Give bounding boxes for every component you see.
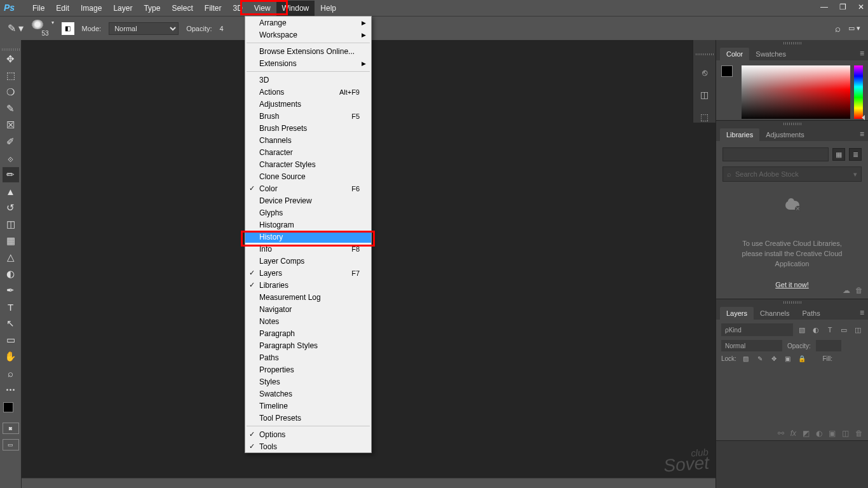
menu-image[interactable]: Image	[75, 1, 107, 16]
menuitem-layer-comps[interactable]: Layer Comps	[245, 255, 371, 267]
tool-lasso-icon[interactable]: ❍	[3, 85, 19, 100]
layer-mask-icon[interactable]: ◩	[803, 429, 810, 438]
maximize-button[interactable]: ❐	[839, 3, 846, 11]
tool-marquee-icon[interactable]: ⬚	[3, 68, 19, 83]
menuitem-info[interactable]: InfoF8	[245, 243, 371, 255]
tab-libraries[interactable]: Libraries	[720, 128, 759, 141]
panel-grip-icon[interactable]	[783, 123, 801, 125]
menuitem-extensions[interactable]: Extensions▶	[245, 57, 371, 69]
tool-hand-icon[interactable]: ✋	[3, 349, 19, 364]
tab-paths[interactable]: Paths	[796, 307, 827, 320]
panel-grip-icon[interactable]	[696, 53, 714, 55]
lock-all-icon[interactable]: 🔒	[797, 355, 806, 362]
menuitem-adjustments[interactable]: Adjustments	[245, 98, 371, 110]
tool-move-icon[interactable]: ✥	[3, 51, 19, 67]
lock-trans-icon[interactable]: ▨	[742, 355, 750, 362]
view-grid-icon[interactable]: ▦	[832, 148, 845, 161]
tool-crop-icon[interactable]: ☒	[3, 118, 19, 133]
panel-menu-icon[interactable]: ≡	[860, 130, 864, 139]
tab-color[interactable]: Color	[720, 48, 749, 60]
filter-adjust-icon[interactable]: ◐	[811, 326, 821, 334]
tab-layers[interactable]: Layers	[720, 307, 754, 320]
menuitem-brush-presets[interactable]: Brush Presets	[245, 122, 371, 134]
menuitem-navigator[interactable]: Navigator	[245, 303, 371, 315]
tool-eyedrop-icon[interactable]: ✐	[3, 134, 19, 149]
menuitem-layers[interactable]: ✓LayersF7	[245, 267, 371, 279]
tool-zoom-icon[interactable]: ⌕	[3, 365, 19, 381]
cloud-status-icon[interactable]: ☁	[843, 286, 850, 295]
menuitem-glyphs[interactable]: Glyphs	[245, 207, 371, 219]
filter-type-icon[interactable]: T	[825, 326, 835, 334]
menu-file[interactable]: File	[27, 1, 50, 16]
workspace-switcher-icon[interactable]: ▭ ▾	[848, 24, 860, 32]
menu-select[interactable]: Select	[166, 1, 198, 16]
tab-adjustments[interactable]: Adjustments	[759, 128, 811, 141]
close-button[interactable]: ✕	[858, 3, 864, 11]
brush-preview-icon[interactable]	[31, 20, 44, 29]
tool-stamp-icon[interactable]: ▲	[3, 184, 19, 199]
menuitem-histogram[interactable]: Histogram	[245, 219, 371, 231]
get-it-now-link[interactable]: Get it now!	[722, 281, 862, 288]
more-tools-icon[interactable]	[3, 382, 19, 397]
menuitem-device-preview[interactable]: Device Preview	[245, 194, 371, 207]
filter-smart-icon[interactable]: ◫	[853, 326, 863, 334]
brush-panel-toggle-icon[interactable]: ◧	[62, 22, 74, 35]
tool-history-brush-icon[interactable]: ↺	[3, 200, 19, 215]
stock-search-input[interactable]: ⌕ Search Adobe Stock ▾	[722, 166, 862, 182]
menuitem-3d[interactable]: 3D	[245, 74, 371, 86]
panel-grip-icon[interactable]	[783, 42, 801, 44]
lock-artboard-icon[interactable]: ▣	[783, 355, 792, 362]
tool-wand-icon[interactable]: ✎	[3, 101, 19, 116]
menuitem-properties[interactable]: Properties	[245, 363, 371, 376]
3d-panel-icon[interactable]: ⬚	[697, 112, 712, 123]
tool-path-sel-icon[interactable]: ↖	[3, 316, 19, 331]
fg-bg-color-icon[interactable]	[3, 402, 18, 417]
tab-swatches[interactable]: Swatches	[749, 48, 792, 60]
blend-mode-select[interactable]: Normal	[109, 22, 179, 35]
color-ramp[interactable]	[742, 65, 850, 119]
menu-layer[interactable]: Layer	[107, 1, 138, 16]
menuitem-channels[interactable]: Channels	[245, 134, 371, 146]
menuitem-paragraph[interactable]: Paragraph	[245, 327, 371, 339]
trash-icon[interactable]: 🗑	[855, 286, 863, 295]
view-list-icon[interactable]: ≣	[849, 148, 862, 161]
new-group-icon[interactable]: ▣	[829, 429, 836, 438]
tool-blur-icon[interactable]: △	[3, 250, 19, 265]
menuitem-clone-source[interactable]: Clone Source	[245, 170, 371, 182]
tool-brush-icon[interactable]: ✏	[3, 167, 19, 182]
menuitem-character[interactable]: Character	[245, 146, 371, 158]
delete-layer-icon[interactable]: 🗑	[855, 429, 863, 438]
quick-mask-icon[interactable]: ◙	[3, 423, 19, 434]
panel-grip-icon[interactable]	[783, 301, 801, 304]
hue-slider[interactable]	[854, 65, 863, 119]
menuitem-character-styles[interactable]: Character Styles	[245, 158, 371, 170]
menu-view[interactable]: View	[248, 1, 276, 16]
menuitem-timeline[interactable]: Timeline	[245, 400, 371, 412]
tool-rect-icon[interactable]: ▭	[3, 332, 19, 348]
menuitem-arrange[interactable]: Arrange▶	[245, 17, 371, 29]
menuitem-options[interactable]: ✓Options	[245, 428, 371, 440]
tool-patch-icon[interactable]: ⟐	[3, 151, 19, 166]
panel-menu-icon[interactable]: ≡	[860, 49, 864, 58]
menu-type[interactable]: Type	[138, 1, 166, 16]
menu-window[interactable]: Window	[276, 1, 315, 16]
tool-type-icon[interactable]: T	[3, 299, 19, 315]
library-select[interactable]	[722, 147, 829, 161]
menuitem-paragraph-styles[interactable]: Paragraph Styles	[245, 339, 371, 351]
menuitem-tool-presets[interactable]: Tool Presets	[245, 412, 371, 424]
filter-shape-icon[interactable]: ▭	[839, 326, 849, 334]
minimize-button[interactable]: —	[820, 3, 828, 11]
history-panel-icon[interactable]: ⎋	[697, 67, 712, 78]
menuitem-paths[interactable]: Paths	[245, 351, 371, 363]
menu-filter[interactable]: Filter	[199, 1, 227, 16]
menuitem-actions[interactable]: ActionsAlt+F9	[245, 86, 371, 98]
tool-eraser-icon[interactable]: ◫	[3, 217, 19, 232]
menuitem-libraries[interactable]: ✓Libraries	[245, 279, 371, 291]
panel-grip-icon[interactable]	[2, 48, 20, 51]
tool-gradient-icon[interactable]: ▦	[3, 233, 19, 248]
layer-opacity-input[interactable]	[816, 340, 841, 351]
tab-channels[interactable]: Channels	[754, 307, 796, 320]
menu-help[interactable]: Help	[315, 1, 342, 16]
panel-menu-icon[interactable]: ≡	[860, 308, 864, 317]
screen-mode-icon[interactable]: ▭	[3, 439, 19, 451]
